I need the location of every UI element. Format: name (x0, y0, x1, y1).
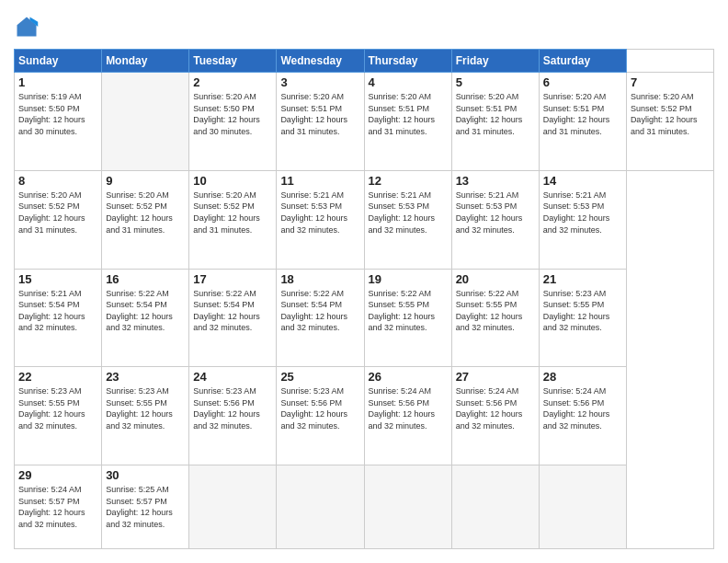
col-header-monday: Monday (102, 50, 189, 73)
calendar-header-row: SundayMondayTuesdayWednesdayThursdayFrid… (15, 50, 714, 73)
table-row: 28Sunrise: 5:24 AMSunset: 5:56 PMDayligh… (539, 367, 626, 465)
table-row: 7Sunrise: 5:20 AMSunset: 5:52 PMDaylight… (626, 73, 713, 171)
table-row: 25Sunrise: 5:23 AMSunset: 5:56 PMDayligh… (277, 367, 364, 465)
table-row: 19Sunrise: 5:22 AMSunset: 5:55 PMDayligh… (364, 269, 451, 367)
logo-icon (14, 14, 40, 40)
col-header-friday: Friday (451, 50, 539, 73)
table-row: 9Sunrise: 5:20 AMSunset: 5:52 PMDaylight… (102, 170, 189, 269)
table-row: 2Sunrise: 5:20 AMSunset: 5:50 PMDaylight… (189, 73, 277, 171)
table-row: 18Sunrise: 5:22 AMSunset: 5:54 PMDayligh… (277, 269, 364, 367)
week-row: 15Sunrise: 5:21 AMSunset: 5:54 PMDayligh… (15, 269, 714, 367)
header (14, 14, 714, 40)
table-row: 16Sunrise: 5:22 AMSunset: 5:54 PMDayligh… (102, 269, 189, 367)
table-row (451, 465, 539, 549)
table-row: 13Sunrise: 5:21 AMSunset: 5:53 PMDayligh… (451, 170, 539, 269)
table-row (277, 465, 364, 549)
col-header-sunday: Sunday (15, 50, 102, 73)
table-row: 10Sunrise: 5:20 AMSunset: 5:52 PMDayligh… (189, 170, 277, 269)
table-row: 22Sunrise: 5:23 AMSunset: 5:55 PMDayligh… (15, 367, 102, 465)
table-row: 26Sunrise: 5:24 AMSunset: 5:56 PMDayligh… (364, 367, 451, 465)
table-row (189, 465, 277, 549)
table-row: 24Sunrise: 5:23 AMSunset: 5:56 PMDayligh… (189, 367, 277, 465)
table-row: 5Sunrise: 5:20 AMSunset: 5:51 PMDaylight… (451, 73, 539, 171)
table-row (539, 465, 626, 549)
table-row: 30Sunrise: 5:25 AMSunset: 5:57 PMDayligh… (102, 465, 189, 549)
col-header-saturday: Saturday (539, 50, 626, 73)
table-row: 27Sunrise: 5:24 AMSunset: 5:56 PMDayligh… (451, 367, 539, 465)
table-row: 8Sunrise: 5:20 AMSunset: 5:52 PMDaylight… (15, 170, 102, 269)
col-header-tuesday: Tuesday (189, 50, 277, 73)
table-row: 1Sunrise: 5:19 AMSunset: 5:50 PMDaylight… (15, 73, 102, 171)
table-row: 6Sunrise: 5:20 AMSunset: 5:51 PMDaylight… (539, 73, 626, 171)
table-row: 14Sunrise: 5:21 AMSunset: 5:53 PMDayligh… (539, 170, 626, 269)
table-row: 17Sunrise: 5:22 AMSunset: 5:54 PMDayligh… (189, 269, 277, 367)
week-row: 22Sunrise: 5:23 AMSunset: 5:55 PMDayligh… (15, 367, 714, 465)
table-row: 29Sunrise: 5:24 AMSunset: 5:57 PMDayligh… (15, 465, 102, 549)
table-row: 21Sunrise: 5:23 AMSunset: 5:55 PMDayligh… (539, 269, 626, 367)
table-row: 4Sunrise: 5:20 AMSunset: 5:51 PMDaylight… (364, 73, 451, 171)
col-header-wednesday: Wednesday (277, 50, 364, 73)
table-row: 3Sunrise: 5:20 AMSunset: 5:51 PMDaylight… (277, 73, 364, 171)
table-row: 15Sunrise: 5:21 AMSunset: 5:54 PMDayligh… (15, 269, 102, 367)
week-row: 29Sunrise: 5:24 AMSunset: 5:57 PMDayligh… (15, 465, 714, 549)
logo (14, 14, 43, 40)
table-row: 12Sunrise: 5:21 AMSunset: 5:53 PMDayligh… (364, 170, 451, 269)
week-row: 1Sunrise: 5:19 AMSunset: 5:50 PMDaylight… (15, 73, 714, 171)
week-row: 8Sunrise: 5:20 AMSunset: 5:52 PMDaylight… (15, 170, 714, 269)
table-row (364, 465, 451, 549)
table-row (102, 73, 189, 171)
col-header-thursday: Thursday (364, 50, 451, 73)
calendar-table: SundayMondayTuesdayWednesdayThursdayFrid… (14, 49, 714, 549)
calendar-page: SundayMondayTuesdayWednesdayThursdayFrid… (0, 0, 728, 563)
table-row: 20Sunrise: 5:22 AMSunset: 5:55 PMDayligh… (451, 269, 539, 367)
table-row: 23Sunrise: 5:23 AMSunset: 5:55 PMDayligh… (102, 367, 189, 465)
table-row: 11Sunrise: 5:21 AMSunset: 5:53 PMDayligh… (277, 170, 364, 269)
